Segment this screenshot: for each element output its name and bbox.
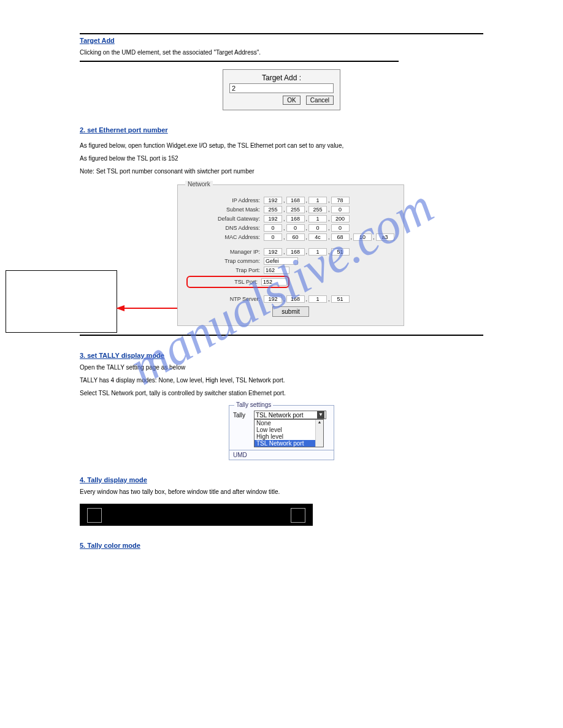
tally-option-tsl[interactable]: TSL Network port: [255, 440, 323, 447]
tsl-highlight: TSL Port:: [186, 276, 289, 288]
gw-o4[interactable]: [331, 215, 350, 222]
ip-o4[interactable]: [331, 197, 350, 204]
dns-o1[interactable]: [264, 224, 282, 232]
ethernet-note: Note: Set TSL port number consonant with…: [80, 167, 483, 176]
section-targetadd-title: Target Add: [80, 37, 483, 44]
cancel-button[interactable]: Cancel: [306, 96, 334, 105]
tally-option-none[interactable]: None: [255, 420, 323, 427]
tally-option-high[interactable]: High level: [255, 433, 323, 440]
scroll-up-icon[interactable]: ▲: [316, 420, 323, 426]
trapc-input[interactable]: [264, 257, 298, 265]
ntp-o2[interactable]: [286, 295, 305, 303]
ntp-o4[interactable]: [331, 295, 350, 303]
tally-settings-panel: Tally settings Tally TSL Network port ▼ …: [229, 405, 334, 460]
gw-o1[interactable]: [264, 215, 282, 222]
mgr-o2[interactable]: [286, 248, 305, 256]
dns-o4[interactable]: [331, 224, 350, 232]
mac-o6[interactable]: [376, 233, 394, 241]
trapc-label: Trap common:: [186, 258, 264, 264]
umd-legend: UMD: [229, 450, 334, 460]
tally-preview-bar: [80, 504, 313, 526]
mac-o2[interactable]: [286, 233, 305, 241]
target-add-input[interactable]: [229, 83, 334, 93]
tally-body1: Open the TALLY setting page as below: [80, 363, 483, 372]
tally-legend: Tally settings: [234, 401, 273, 408]
mac-label: MAC Address:: [186, 234, 264, 240]
gw-o2[interactable]: [286, 215, 305, 222]
ip-o1[interactable]: [264, 197, 282, 204]
ntp-o1[interactable]: [264, 295, 282, 303]
section-tally-title: 3. set TALLY display mode: [80, 352, 483, 359]
tally-box-right: [291, 508, 305, 523]
top-rule: [80, 33, 483, 34]
mgr-o3[interactable]: [308, 248, 327, 256]
rule-1: [80, 61, 399, 62]
target-add-dialog: Target Add : OK Cancel: [223, 69, 340, 110]
tally-label: Tally: [233, 412, 254, 419]
mask-o4[interactable]: [331, 206, 350, 213]
mgr-o1[interactable]: [264, 248, 282, 256]
ethernet-body2: As figured below the TSL port is 152: [80, 154, 483, 163]
section-tallycolor-title: 5. Tally color mode: [80, 542, 483, 549]
svg-marker-1: [116, 305, 124, 311]
mask-o2[interactable]: [286, 206, 305, 213]
ip-o3[interactable]: [308, 197, 327, 204]
scrollbar[interactable]: ▲: [315, 420, 323, 447]
ok-button[interactable]: OK: [283, 96, 300, 105]
mask-o1[interactable]: [264, 206, 282, 213]
ip-o2[interactable]: [286, 197, 305, 204]
mgr-o4[interactable]: [331, 248, 350, 256]
trapp-input[interactable]: [264, 267, 289, 274]
ntp-o3[interactable]: [308, 295, 327, 303]
section-targetadd-body: Clicking on the UMD element, set the ass…: [80, 48, 483, 57]
mgr-label: Manager IP:: [186, 249, 264, 255]
mac-o4[interactable]: [331, 233, 350, 241]
target-add-label: Target Add :: [229, 74, 334, 82]
rule-3: [80, 335, 483, 336]
network-figure: Network IP Address: , , , Subnet Mask: ,…: [177, 184, 386, 326]
tsl-input[interactable]: [261, 278, 287, 286]
dns-o3[interactable]: [308, 224, 327, 232]
tally-dropdown-value: TSL Network port: [256, 412, 303, 419]
tally-dropdown-list[interactable]: ▲ None Low level High level TSL Network …: [254, 419, 324, 447]
callout-box: [6, 270, 117, 333]
gw-label: Default Gateway:: [186, 216, 264, 222]
trapp-label: Trap Port:: [186, 267, 264, 273]
dns-o2[interactable]: [286, 224, 305, 232]
mac-o1[interactable]: [264, 233, 282, 241]
tally-box-left: [87, 508, 102, 523]
ethernet-body1: As figured below, open function Widget.e…: [80, 141, 483, 150]
tally-body3: Select TSL Network port, tally is contro…: [80, 389, 483, 398]
network-legend: Network: [185, 181, 213, 188]
ntp-label: NTP Server:: [186, 296, 264, 302]
tally-option-low[interactable]: Low level: [255, 427, 323, 433]
tallydisp-body: Every window has two tally box, before w…: [80, 487, 483, 496]
mac-o3[interactable]: [308, 233, 327, 241]
tsl-label: TSL Port:: [189, 279, 261, 285]
section-tallydisp-title: 4. Tally display mode: [80, 476, 483, 483]
section-ethernet-title: 2. set Ethernet port number: [80, 126, 483, 134]
dns-label: DNS Address:: [186, 225, 264, 231]
gw-o3[interactable]: [308, 215, 327, 222]
tally-dropdown[interactable]: TSL Network port ▼: [254, 411, 326, 419]
ip-label: IP Address:: [186, 197, 264, 203]
mask-o3[interactable]: [308, 206, 327, 213]
chevron-down-icon: ▼: [317, 411, 324, 419]
tally-body2: TALLY has 4 display modes: None, Low lev…: [80, 376, 483, 385]
mask-label: Subnet Mask:: [186, 207, 264, 213]
submit-button[interactable]: submit: [272, 306, 308, 317]
mac-o5[interactable]: [353, 233, 372, 241]
